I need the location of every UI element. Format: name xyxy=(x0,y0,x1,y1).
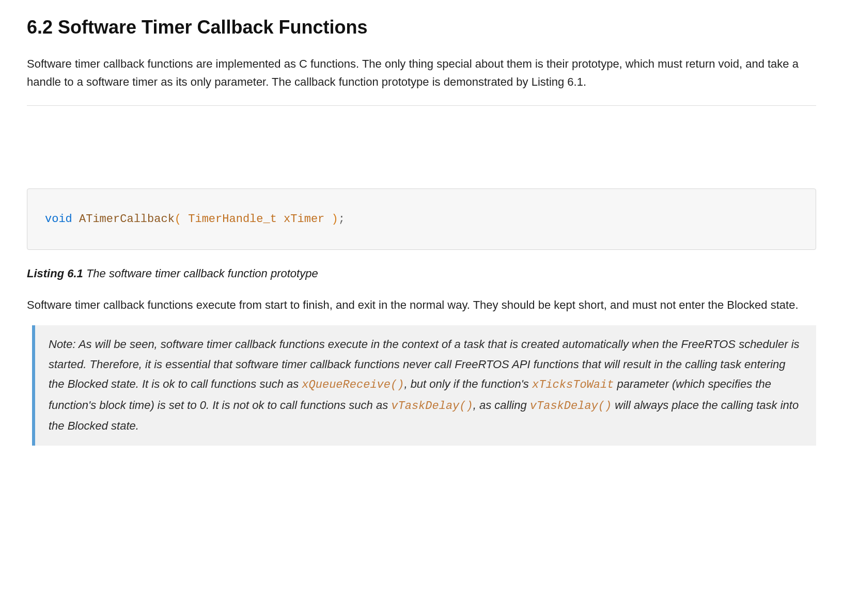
document-page: 6.2 Software Timer Callback Functions So… xyxy=(0,12,843,477)
listing-number: Listing 6.1 xyxy=(27,267,83,280)
note-text-2: , but only if the function's xyxy=(404,377,532,390)
note-code-xtickstowait: xTicksToWait xyxy=(532,378,614,391)
section-heading: 6.2 Software Timer Callback Functions xyxy=(27,12,816,42)
code-keyword: void xyxy=(45,213,72,226)
note-code-vtaskdelay-2: vTaskDelay() xyxy=(530,400,612,413)
code-close-paren: ) xyxy=(332,213,338,226)
page-break-gap xyxy=(27,106,816,188)
note-code-xqueuereceive: xQueueReceive() xyxy=(302,378,404,391)
listing-caption: Listing 6.1 The software timer callback … xyxy=(27,264,816,282)
listing-description: The software timer callback function pro… xyxy=(83,267,318,280)
note-code-vtaskdelay-1: vTaskDelay() xyxy=(391,400,473,413)
intro-paragraph: Software timer callback functions are im… xyxy=(27,55,816,91)
note-block: Note: As will be seen, software timer ca… xyxy=(32,325,816,446)
note-text-4: , as calling xyxy=(473,399,530,412)
code-open-paren: ( xyxy=(175,213,181,226)
code-function-name: ATimerCallback xyxy=(79,213,175,226)
code-listing: void ATimerCallback( TimerHandle_t xTime… xyxy=(27,188,816,250)
mid-paragraph: Software timer callback functions execut… xyxy=(27,296,816,314)
code-param-name: xTimer xyxy=(284,213,324,226)
code-param-type: TimerHandle_t xyxy=(188,213,277,226)
code-terminator: ; xyxy=(338,213,345,226)
